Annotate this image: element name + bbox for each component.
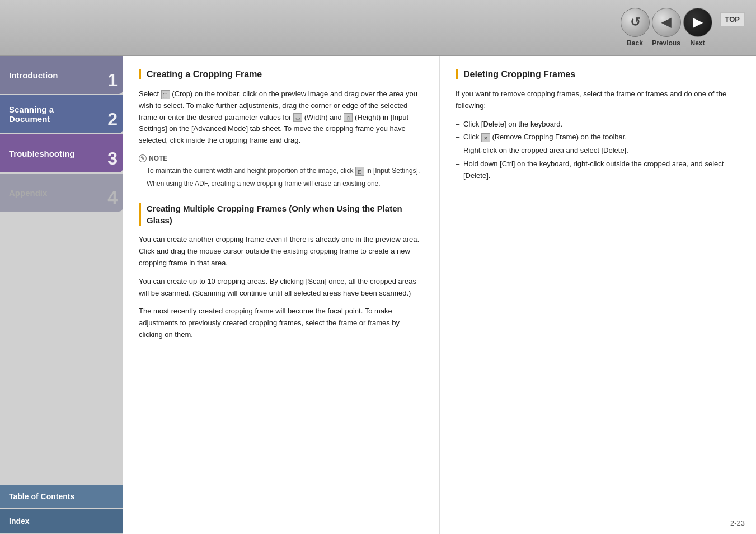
note-item-1: To maintain the current width and height… (139, 166, 424, 176)
left-panel: Creating a Cropping Frame Select ⬚ (Crop… (123, 56, 440, 534)
delete-item-3: Right-click on the cropped area and sele… (456, 145, 740, 157)
multiple-frames-body2: You can create up to 10 cropping areas. … (139, 276, 424, 299)
sidebar-scanning-label: Scanning aDocument (9, 105, 54, 124)
header: ↺ Back ◀ Previous ▶ Next TOP (0, 0, 756, 56)
previous-circle: ◀ (652, 8, 681, 37)
main-content: Creating a Cropping Frame Select ⬚ (Crop… (123, 56, 756, 534)
creating-frame-body1: Select ⬚ (Crop) on the toolbar, click on… (139, 88, 424, 147)
sidebar-item-toc[interactable]: Table of Contents (0, 485, 123, 508)
previous-button[interactable]: ◀ Previous (652, 8, 681, 47)
next-button[interactable]: ▶ Next (683, 8, 712, 47)
top-label[interactable]: TOP (720, 12, 745, 26)
note-list: To maintain the current width and height… (139, 166, 424, 189)
sidebar-bottom: Table of Contents Index (0, 485, 123, 534)
right-panel: Deleting Cropping Frames If you want to … (440, 56, 756, 534)
scanning-bg: Scanning aDocument 2 (0, 95, 123, 133)
troubleshooting-bg: Troubleshooting 3 (0, 134, 123, 172)
note-icon: ✎ (139, 154, 147, 162)
appendix-number: 4 (107, 188, 118, 208)
back-arrow-icon: ↺ (630, 15, 640, 30)
back-circle: ↺ (621, 8, 650, 37)
introduction-number: 1 (107, 70, 118, 91)
toc-label: Table of Contents (9, 492, 74, 501)
note-title: ✎ NOTE (139, 154, 424, 162)
sidebar-item-index[interactable]: Index (0, 509, 123, 533)
multiple-frames-body3: The most recently created cropping frame… (139, 306, 424, 340)
multiple-frames-title: Creating Multiple Cropping Frames (Only … (139, 203, 424, 226)
next-circle: ▶ (683, 8, 712, 37)
note-section: ✎ NOTE To maintain the current width and… (139, 154, 424, 189)
scanning-number: 2 (107, 109, 118, 130)
appendix-bg: Appendix 4 (0, 174, 123, 212)
back-button[interactable]: ↺ Back (621, 8, 650, 47)
index-label: Index (9, 517, 30, 526)
deleting-frames-title: Deleting Cropping Frames (456, 69, 740, 79)
deleting-frames-body1: If you want to remove cropping frames, s… (456, 88, 740, 112)
sidebar-appendix-label: Appendix (9, 188, 47, 198)
back-label: Back (627, 39, 643, 47)
nav-buttons: ↺ Back ◀ Previous ▶ Next TOP (621, 8, 745, 47)
crop-icon: ⬚ (161, 90, 170, 99)
page-number: 2-23 (730, 519, 745, 527)
sidebar-item-scanning[interactable]: Scanning aDocument 2 (0, 95, 123, 133)
next-arrow-icon: ▶ (693, 15, 702, 30)
introduction-bg: Introduction 1 (0, 56, 123, 94)
sidebar-item-troubleshooting[interactable]: Troubleshooting 3 (0, 134, 123, 172)
multiple-frames-body1: You can create another cropping frame ev… (139, 234, 424, 269)
troubleshooting-number: 3 (107, 148, 118, 169)
sidebar-introduction-label: Introduction (9, 71, 58, 80)
delete-item-4: Hold down [Ctrl] on the keyboard, right-… (456, 158, 740, 182)
sidebar-item-appendix[interactable]: Appendix 4 (0, 174, 123, 212)
delete-item-2: Click ✕ (Remove Cropping Frame) on the t… (456, 132, 740, 143)
proportion-icon: ⊡ (355, 167, 364, 176)
height-icon: ▯ (344, 113, 353, 122)
previous-arrow-icon: ◀ (661, 15, 671, 30)
width-icon: ▭ (293, 113, 302, 122)
note-item-2: When using the ADF, creating a new cropp… (139, 179, 424, 189)
sidebar-item-introduction[interactable]: Introduction 1 (0, 56, 123, 94)
delete-item-1: Click [Delete] on the keyboard. (456, 119, 740, 130)
remove-frame-icon: ✕ (481, 133, 490, 142)
deleting-bullet-list: Click [Delete] on the keyboard. Click ✕ … (456, 119, 740, 182)
next-label: Next (690, 39, 705, 47)
previous-label: Previous (652, 39, 680, 47)
sidebar: Introduction 1 Scanning aDocument 2 Trou… (0, 56, 123, 534)
sidebar-troubleshooting-label: Troubleshooting (9, 149, 75, 158)
creating-frame-title: Creating a Cropping Frame (139, 69, 424, 79)
